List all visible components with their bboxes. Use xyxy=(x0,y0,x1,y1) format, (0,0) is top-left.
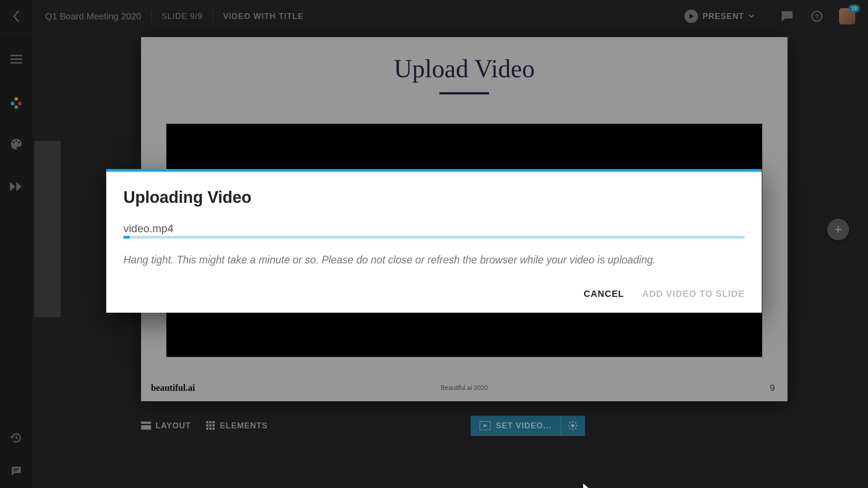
upload-filename: video.mp4 xyxy=(123,222,745,235)
upload-video-modal: Uploading Video video.mp4 Hang tight. Th… xyxy=(106,169,762,313)
add-video-to-slide-button[interactable]: ADD VIDEO TO SLIDE xyxy=(642,289,745,299)
upload-hint: Hang tight. This might take a minute or … xyxy=(123,254,745,266)
modal-overlay: Uploading Video video.mp4 Hang tight. Th… xyxy=(0,0,868,488)
modal-actions: CANCEL ADD VIDEO TO SLIDE xyxy=(123,289,745,299)
cancel-button[interactable]: CANCEL xyxy=(584,289,624,299)
upload-progress-fill xyxy=(123,236,130,239)
app-root: Q1 Board Meeting 2020 SLIDE 9/9 VIDEO WI… xyxy=(0,0,868,488)
modal-title: Uploading Video xyxy=(123,188,745,207)
upload-progress-bar xyxy=(123,236,745,239)
